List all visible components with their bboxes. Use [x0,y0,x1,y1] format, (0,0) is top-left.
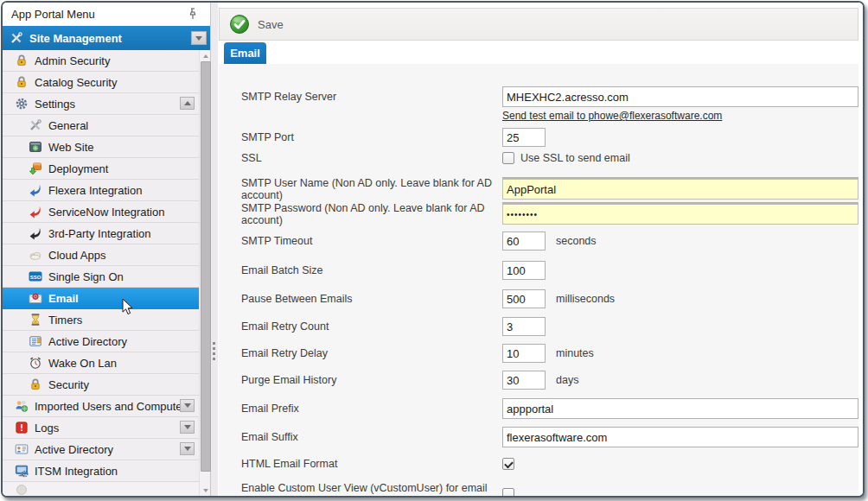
sidebar-title-bar: App Portal Menu [3,3,210,26]
main-panel: Save Email SMTP Relay Server Send test e… [218,3,863,496]
enable-custom-user-view-checkbox[interactable] [502,488,514,498]
smtp-timeout-input[interactable] [502,231,546,250]
send-test-email-link[interactable]: Send test email to phowe@flexerasoftware… [502,110,722,122]
sidebar-item-label: 3rd-Party Integration [48,227,151,240]
purge-email-history-input[interactable] [502,371,546,390]
sidebar-item-label: Timers [48,314,82,327]
sidebar-item-flexera-integration[interactable]: Flexera Integration [3,180,199,201]
save-button[interactable]: Save [258,18,284,31]
collapse-button[interactable] [180,97,195,110]
field-label: SMTP Relay Server [241,91,502,103]
html-email-format-checkbox[interactable] [502,458,514,470]
sidebar-item-label: Settings [35,98,75,111]
envelope-icon [29,291,42,305]
form-row-enable-custom-user-view: Enable Custom User View (vCustomUser) fo… [241,482,514,498]
pin-icon[interactable] [186,7,200,21]
pause-between-emails-input[interactable] [502,289,546,308]
group-dropdown-button[interactable] [191,31,207,45]
form-row-email-retry-delay: Email Retry Delay minutes [241,344,594,363]
sidebar-item-admin-security[interactable]: Admin Security [3,50,199,72]
email-settings-form: SMTP Relay Server Send test email to pho… [219,64,858,495]
email-prefix-input[interactable] [502,398,858,419]
sidebar-item-catalog-security[interactable]: Catalog Security [3,72,199,93]
smtp-user-name-input[interactable] [502,179,858,200]
field-label: HTML Email Format [241,458,502,470]
padlock-icon [15,75,29,89]
field-label: SMTP User Name (Non AD only. Leave blank… [241,177,502,201]
computer-gear-icon [15,464,29,478]
sidebar-item-security[interactable]: Security [3,374,199,396]
sidebar-item-settings[interactable]: Settings [3,93,199,115]
sidebar-item-label: Active Directory [35,443,113,456]
form-row-smtp-user-name: SMTP User Name (Non AD only. Leave blank… [241,177,858,201]
sidebar-item-label: Deployment [48,162,108,175]
form-row-smtp-password: SMTP Password (Non AD only. Leave blank … [241,202,858,226]
scrollbar-thumb[interactable] [201,61,211,472]
use-ssl-checkbox[interactable] [502,152,514,164]
email-retry-delay-input[interactable] [502,344,546,363]
smtp-port-input[interactable] [502,128,546,147]
field-label: Email Retry Count [241,320,502,333]
sidebar-item-active-directory[interactable]: Active Directory [3,331,199,352]
sidebar-item-label: Cloud Apps [48,249,106,262]
scroll-up-icon[interactable] [200,50,211,61]
field-label: SSL [241,152,502,164]
sidebar-item-label: Imported Users and Computers [35,400,191,413]
sidebar-item-active-directory-2[interactable]: Active Directory [3,439,199,460]
sidebar-item-servicenow-integration[interactable]: ServiceNow Integration [3,201,199,223]
field-label: Email Suffix [241,431,502,443]
sso-badge-icon [29,270,42,283]
sidebar-item-cloud-apps[interactable]: Cloud Apps [3,244,199,266]
form-row-email-batch-size: Email Batch Size [241,261,546,280]
sidebar-item-3rd-party-integration[interactable]: 3rd-Party Integration [3,223,199,244]
form-row-ssl: SSL Use SSL to send email [241,152,630,164]
sidebar-item-label: ITSM Integration [35,465,118,478]
sidebar-item-general[interactable]: General [3,115,199,136]
sidebar-item-web-site[interactable]: Web Site [3,136,199,158]
chevron-down-icon [184,403,191,408]
users-globe-icon [15,399,29,413]
field-label: Email Retry Delay [241,347,502,359]
field-label: Purge Email History [241,374,502,386]
unit-label: milliseconds [556,293,615,305]
sidebar-item-imported-users-and-computers[interactable]: Imported Users and Computers [3,396,199,417]
form-row-html-email-format: HTML Email Format [241,458,514,470]
email-batch-size-input[interactable] [502,261,546,280]
expand-button[interactable] [180,442,195,455]
sidebar-group-site-management[interactable]: Site Management [3,26,210,50]
expand-button[interactable] [180,399,195,412]
sidebar-item-single-sign-on[interactable]: Single Sign On [3,266,199,288]
field-label: SMTP Timeout [241,235,502,247]
email-suffix-input[interactable] [502,427,858,447]
scroll-down-icon[interactable] [200,485,211,496]
sidebar-item-label: Security [48,378,89,391]
screenshot-root: App Portal Menu Site Management Admin Se… [0,0,868,501]
sidebar-item-label: Wake On Lan [48,357,117,370]
smtp-relay-server-input[interactable] [502,86,858,107]
unit-label: minutes [556,347,594,359]
expand-button[interactable] [180,421,195,434]
sidebar-item-logs[interactable]: Logs [3,417,199,439]
tab-email[interactable]: Email [224,42,266,64]
save-check-icon[interactable] [229,14,250,35]
sidebar-item-email[interactable]: Email [3,288,199,309]
sidebar-item-label: Logs [35,422,59,434]
import-arrow-black-icon [29,226,42,240]
cloud-icon [29,248,42,262]
unit-label: days [556,374,578,386]
field-label: SMTP Port [241,131,502,143]
chevron-down-icon [184,447,191,451]
email-retry-count-input[interactable] [502,317,546,336]
sidebar-item-label: Admin Security [35,54,110,67]
sidebar-scrollbar[interactable] [199,50,210,496]
sidebar-item-clipped[interactable] [3,482,199,496]
form-row-purge-email-history: Purge Email History days [241,371,578,390]
sidebar-item-itsm-integration[interactable]: ITSM Integration [3,460,199,482]
smtp-password-input[interactable] [502,204,858,225]
tools-icon [29,118,42,132]
sidebar-item-timers[interactable]: Timers [3,309,199,331]
partial-icon [15,483,29,496]
sidebar-item-deployment[interactable]: Deployment [3,158,199,180]
sidebar-item-label: General [48,119,88,132]
sidebar-item-wake-on-lan[interactable]: Wake On Lan [3,352,199,374]
